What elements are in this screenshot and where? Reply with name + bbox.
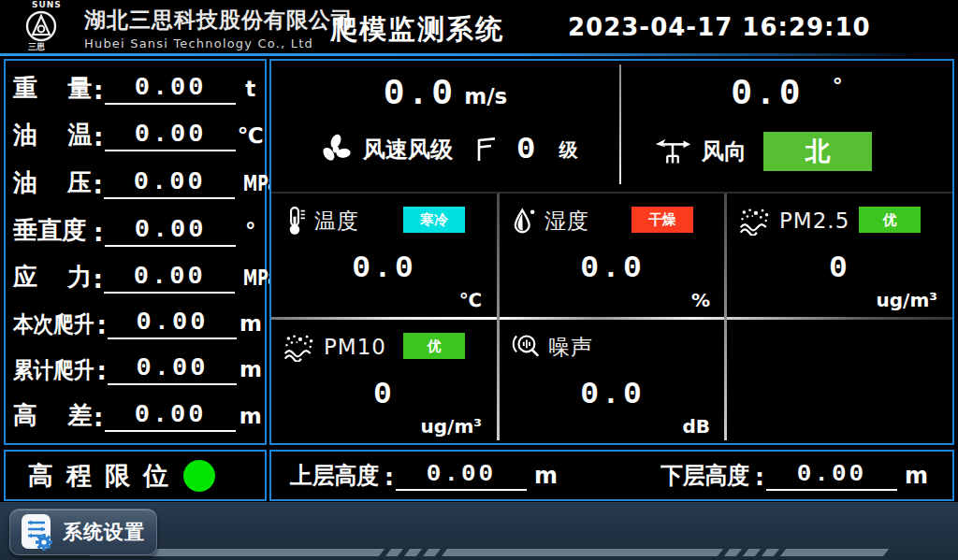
thermometer-icon — [283, 205, 307, 237]
measurement-label: 应力 — [13, 261, 92, 294]
measurement-value: 0.00 — [105, 216, 236, 247]
measurement-row-verticality: 垂直度: 0.00 ° — [13, 214, 265, 247]
wind-section: 0.0 m/s 风速风级 — [271, 61, 952, 192]
measurement-label: 油温 — [13, 119, 93, 151]
wind-direction-label: 风向 — [702, 136, 747, 166]
wind-direction-value: 0.0 — [731, 74, 803, 114]
sensor-unit: ℃ — [459, 289, 482, 311]
sensor-name: PM10 — [324, 335, 386, 359]
sensor-unit: % — [691, 289, 710, 311]
measurement-unit: ℃ — [236, 123, 265, 151]
measurement-value: 0.00 — [105, 74, 236, 105]
colon: : — [93, 404, 105, 432]
lower-height-group: 下层高度 : 0.00 m — [660, 460, 928, 491]
measurement-value: 0.00 — [104, 168, 235, 199]
measurement-row-oil-pressure: 油压: 0.00 MPa — [13, 166, 265, 199]
sensor-status-badge: 干燥 — [631, 207, 693, 233]
wind-direction-badge: 北 — [763, 132, 872, 171]
measurement-row-current-climb: 本次爬升: 0.00 m — [13, 309, 265, 339]
sensor-cell-humidity: 湿度 干燥 0.0 % — [500, 194, 725, 317]
upper-height-label: 上层高度 — [290, 460, 379, 491]
lower-height-unit: m — [905, 463, 928, 491]
settings-sliders-gear-icon — [20, 511, 55, 553]
suns-logo-icon — [22, 9, 60, 43]
company-name-block: 湖北三思科技股份有限公司 Hubei Sansi Technology Co.,… — [84, 6, 354, 50]
elevation-limit-status-light — [183, 460, 215, 492]
measurement-label: 本次爬升 — [13, 309, 87, 339]
colon: : — [755, 464, 764, 491]
wind-speed-block: 0.0 m/s 风速风级 — [271, 61, 619, 192]
wind-direction-block: 0.0 ° 风向 北 — [621, 61, 952, 192]
sensor-value: 0.0 — [500, 251, 725, 286]
sensor-cell-pm10: PM10 优 0 ug/m³ — [271, 320, 497, 443]
sensor-name: 温度 — [314, 207, 359, 236]
layer-heights-panel: 上层高度 : 0.00 m 下层高度 : 0.00 m — [269, 450, 954, 501]
sensor-value: 0.0 — [271, 251, 497, 286]
logo-brand-top: SUNS — [22, 1, 80, 9]
measurement-label: 油压 — [13, 166, 92, 199]
wind-direction-value-line: 0.0 ° — [621, 61, 952, 114]
droplet-icon — [511, 205, 537, 237]
sensor-status-badge: 优 — [403, 333, 465, 359]
header-divider — [0, 53, 928, 56]
colon: : — [93, 77, 105, 105]
measurement-label: 高差 — [13, 399, 93, 432]
measurement-label: 重量 — [13, 72, 93, 105]
measurement-value: 0.00 — [108, 354, 237, 385]
elevation-limit-panel: 高程限位 — [4, 450, 267, 501]
colon: : — [95, 311, 108, 339]
sensor-value: 0 — [727, 251, 952, 286]
measurement-unit: m — [237, 311, 265, 339]
noise-icon — [511, 332, 541, 362]
lower-height-value: 0.00 — [766, 460, 897, 491]
measurement-value: 0.00 — [108, 309, 237, 339]
upper-height-value: 0.00 — [396, 460, 527, 491]
elevation-limit-label: 高程限位 — [28, 459, 181, 493]
wind-direction-unit: ° — [833, 74, 843, 97]
measurement-row-oil-temp: 油温: 0.00 ℃ — [13, 119, 265, 151]
wind-level-flag-icon — [473, 136, 498, 164]
wind-speed-caption: 风速风级 0 级 — [271, 132, 619, 167]
measurement-row-weight: 重量: 0.00 t — [13, 72, 265, 105]
colon: : — [93, 219, 105, 247]
measurement-value: 0.00 — [105, 401, 236, 432]
lower-height-label: 下层高度 — [660, 460, 749, 491]
colon: : — [95, 357, 108, 385]
wind-speed-label: 风速风级 — [363, 135, 453, 165]
settings-button[interactable]: 系统设置 — [9, 509, 157, 555]
particles-icon — [738, 206, 772, 236]
company-name-cn: 湖北三思科技股份有限公司 — [84, 6, 354, 35]
wind-speed-unit: m/s — [464, 84, 507, 108]
wind-vane-icon — [653, 136, 692, 167]
sensor-unit: ug/m³ — [421, 415, 482, 438]
measurement-row-total-climb: 累计爬升: 0.00 m — [13, 354, 265, 385]
sensor-name: 噪声 — [548, 333, 593, 362]
sensor-cell-pm25: PM2.5 优 0 ug/m³ — [727, 194, 952, 317]
measurement-value: 0.00 — [105, 121, 236, 151]
sensor-status-badge: 寒冷 — [403, 207, 465, 233]
measurement-label: 累计爬升 — [13, 355, 87, 385]
wind-level-value: 0 — [516, 132, 538, 167]
fan-icon — [318, 132, 354, 167]
measurement-unit: m — [237, 357, 265, 385]
wind-direction-caption: 风向 北 — [621, 132, 952, 171]
environment-panel: 0.0 m/s 风速风级 — [269, 59, 954, 445]
wind-speed-value-line: 0.0 m/s — [271, 61, 619, 114]
company-logo: SUNS 三思 — [22, 1, 80, 51]
particles-icon — [283, 332, 316, 362]
sensor-cell-noise: 噪声 0.0 dB — [500, 320, 725, 443]
sensor-name: PM2.5 — [779, 208, 849, 233]
settings-button-label: 系统设置 — [63, 519, 145, 545]
colon: : — [92, 266, 104, 294]
upper-height-group: 上层高度 : 0.00 m — [290, 460, 558, 491]
measurement-unit: m — [236, 404, 265, 432]
colon: : — [385, 464, 394, 491]
measurement-unit: ° — [236, 219, 265, 247]
colon: : — [92, 171, 104, 199]
sensor-value: 0.0 — [500, 378, 725, 412]
measurement-row-height-diff: 高差: 0.00 m — [13, 399, 265, 432]
sensor-cell-empty — [727, 320, 952, 443]
app-root: SUNS 三思 湖北三思科技股份有限公司 Hubei Sansi Technol… — [0, 0, 958, 560]
colon: : — [93, 123, 105, 151]
logo-brand-mark: 三思 — [22, 43, 80, 51]
